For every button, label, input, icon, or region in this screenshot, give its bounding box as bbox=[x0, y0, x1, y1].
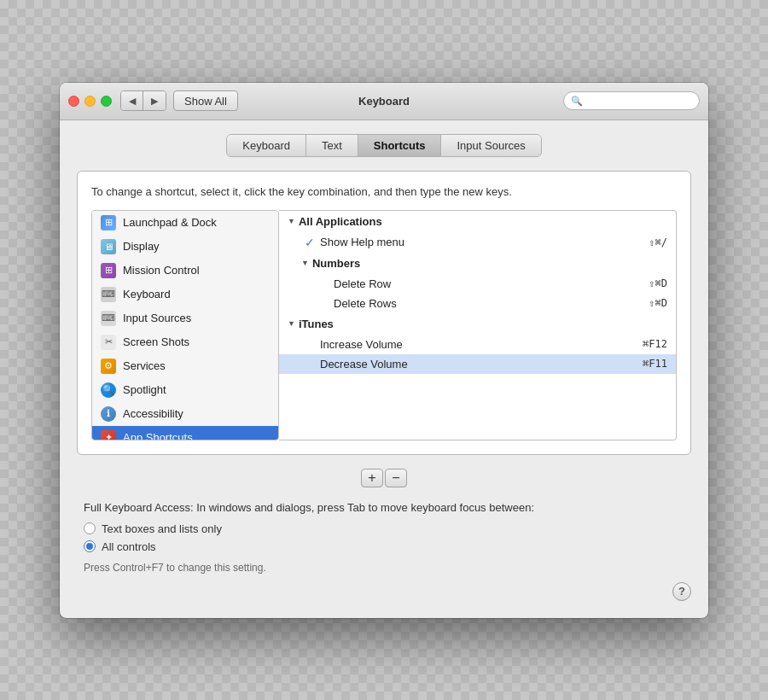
forward-button[interactable]: ▶ bbox=[143, 91, 166, 110]
shortcut-item-delete-rows[interactable]: Delete Rows ⇧⌘D bbox=[279, 294, 676, 313]
mission-icon: ⊞ bbox=[101, 263, 116, 278]
shortcut-name: Increase Volume bbox=[320, 338, 643, 351]
radio-all-controls[interactable]: All controls bbox=[84, 540, 684, 553]
sidebar-item-label: Display bbox=[123, 240, 160, 253]
sidebar-item-label: Launchpad & Dock bbox=[123, 216, 217, 229]
sidebar-item-label: App Shortcuts bbox=[123, 431, 193, 440]
keyboard-preferences-window: ◀ ▶ Show All Keyboard 🔍 Keyboard Text Sh… bbox=[60, 83, 708, 618]
accessibility-icon: ℹ bbox=[101, 406, 116, 422]
nav-buttons: ◀ ▶ bbox=[120, 90, 166, 111]
sidebar-item-launchpad[interactable]: ⊞ Launchpad & Dock bbox=[92, 211, 278, 235]
appshortcuts-icon: ✦ bbox=[101, 430, 116, 440]
sidebar-item-label: Input Sources bbox=[123, 312, 191, 324]
shortcut-item-decrease-volume[interactable]: Decrease Volume ⌘F11 bbox=[279, 354, 676, 374]
radio-dot bbox=[86, 543, 93, 550]
radio-text-boxes[interactable]: Text boxes and lists only bbox=[84, 522, 684, 535]
sidebar-item-spotlight[interactable]: 🔍 Spotlight bbox=[92, 378, 278, 402]
tab-text[interactable]: Text bbox=[306, 135, 358, 156]
radio-group: Text boxes and lists only All controls bbox=[84, 522, 684, 553]
shortcut-key: ⇧⌘/ bbox=[649, 236, 667, 248]
shortcut-name: Decrease Volume bbox=[320, 358, 643, 370]
triangle-icon: ▼ bbox=[301, 259, 309, 267]
spotlight-icon: 🔍 bbox=[101, 382, 116, 398]
group-all-applications[interactable]: ▼ All Applications bbox=[279, 211, 676, 232]
check-icon: ✓ bbox=[305, 236, 320, 249]
shortcut-key: ⌘F12 bbox=[643, 338, 667, 350]
group-label: All Applications bbox=[299, 215, 382, 228]
keyboard-access-title: Full Keyboard Access: In windows and dia… bbox=[84, 501, 684, 514]
sidebar-item-mission[interactable]: ⊞ Mission Control bbox=[92, 259, 278, 283]
radio-label: Text boxes and lists only bbox=[102, 522, 222, 535]
shortcut-key: ⌘F11 bbox=[643, 358, 667, 370]
split-view: ⊞ Launchpad & Dock 🖥 Display ⊞ Mission C… bbox=[91, 210, 677, 440]
hint-text: Press Control+F7 to change this setting. bbox=[84, 562, 684, 574]
group-label: Numbers bbox=[312, 257, 360, 270]
services-icon: ⚙ bbox=[101, 359, 116, 374]
search-input[interactable] bbox=[586, 95, 692, 107]
sidebar-item-services[interactable]: ⚙ Services bbox=[92, 354, 278, 378]
maximize-button[interactable] bbox=[101, 96, 112, 107]
main-panel: To change a shortcut, select it, click t… bbox=[77, 171, 691, 455]
shortcut-name: Show Help menu bbox=[320, 236, 649, 248]
instruction-text: To change a shortcut, select it, click t… bbox=[91, 185, 677, 198]
display-icon: 🖥 bbox=[101, 239, 116, 254]
sidebar-item-input[interactable]: ⌨ Input Sources bbox=[92, 306, 278, 330]
window-title: Keyboard bbox=[358, 95, 410, 108]
sidebar-item-appshortcuts[interactable]: ✦ App Shortcuts bbox=[92, 426, 278, 440]
shortcut-item-delete-row[interactable]: Delete Row ⇧⌘D bbox=[279, 274, 676, 294]
sidebar-item-display[interactable]: 🖥 Display bbox=[92, 235, 278, 259]
minimize-button[interactable] bbox=[84, 96, 96, 107]
radio-circle bbox=[84, 522, 96, 534]
sidebar-list[interactable]: ⊞ Launchpad & Dock 🖥 Display ⊞ Mission C… bbox=[91, 210, 279, 440]
help-button[interactable]: ? bbox=[672, 582, 691, 601]
sidebar-item-label: Services bbox=[123, 359, 166, 372]
radio-circle-checked bbox=[84, 540, 96, 552]
shortcut-name: Delete Row bbox=[334, 277, 649, 290]
keyboard-icon: ⌨ bbox=[101, 287, 116, 302]
shortcut-key: ⇧⌘D bbox=[649, 297, 667, 309]
sidebar-item-label: Spotlight bbox=[123, 383, 166, 396]
tab-shortcuts[interactable]: Shortcuts bbox=[358, 135, 442, 156]
triangle-icon: ▼ bbox=[288, 217, 295, 225]
search-box[interactable]: 🔍 bbox=[563, 91, 700, 110]
triangle-icon: ▼ bbox=[288, 319, 295, 328]
shortcut-panel: ▼ All Applications ✓ Show Help menu ⇧⌘/ … bbox=[279, 210, 677, 440]
sidebar-item-label: Mission Control bbox=[123, 264, 200, 277]
sidebar-item-accessibility[interactable]: ℹ Accessibility bbox=[92, 402, 278, 426]
sidebar-item-keyboard[interactable]: ⌨ Keyboard bbox=[92, 283, 278, 306]
search-icon: 🔍 bbox=[571, 96, 583, 107]
add-remove-bar: + − bbox=[77, 469, 691, 487]
remove-shortcut-button[interactable]: − bbox=[385, 469, 407, 487]
tab-keyboard[interactable]: Keyboard bbox=[227, 135, 306, 156]
shortcut-item-show-help[interactable]: ✓ Show Help menu ⇧⌘/ bbox=[279, 232, 676, 253]
titlebar: ◀ ▶ Show All Keyboard 🔍 bbox=[60, 83, 708, 120]
group-label: iTunes bbox=[299, 318, 334, 330]
help-button-container: ? bbox=[77, 582, 691, 601]
shortcut-key: ⇧⌘D bbox=[649, 277, 667, 289]
shortcut-name: Delete Rows bbox=[334, 297, 649, 310]
traffic-lights bbox=[68, 96, 112, 107]
launchpad-icon: ⊞ bbox=[101, 215, 116, 230]
tabs-container: Keyboard Text Shortcuts Input Sources bbox=[77, 134, 691, 157]
content-area: Keyboard Text Shortcuts Input Sources To… bbox=[60, 120, 708, 618]
shortcut-item-increase-volume[interactable]: Increase Volume ⌘F12 bbox=[279, 335, 676, 354]
sidebar-item-label: Keyboard bbox=[123, 288, 171, 300]
sidebar-item-label: Screen Shots bbox=[123, 335, 189, 348]
close-button[interactable] bbox=[68, 96, 79, 107]
group-itunes[interactable]: ▼ iTunes bbox=[279, 313, 676, 335]
sidebar-item-label: Accessibility bbox=[123, 407, 183, 420]
group-numbers[interactable]: ▼ Numbers bbox=[279, 253, 676, 274]
sidebar-item-screenshots[interactable]: ✂ Screen Shots bbox=[92, 330, 278, 354]
input-icon: ⌨ bbox=[101, 311, 116, 326]
show-all-button[interactable]: Show All bbox=[173, 90, 238, 111]
back-button[interactable]: ◀ bbox=[121, 91, 143, 110]
screenshot-icon: ✂ bbox=[101, 335, 116, 350]
tab-input-sources[interactable]: Input Sources bbox=[441, 135, 540, 156]
keyboard-access-section: Full Keyboard Access: In windows and dia… bbox=[77, 501, 691, 574]
add-shortcut-button[interactable]: + bbox=[361, 469, 383, 487]
radio-label: All controls bbox=[102, 540, 156, 553]
tabs: Keyboard Text Shortcuts Input Sources bbox=[226, 134, 541, 157]
